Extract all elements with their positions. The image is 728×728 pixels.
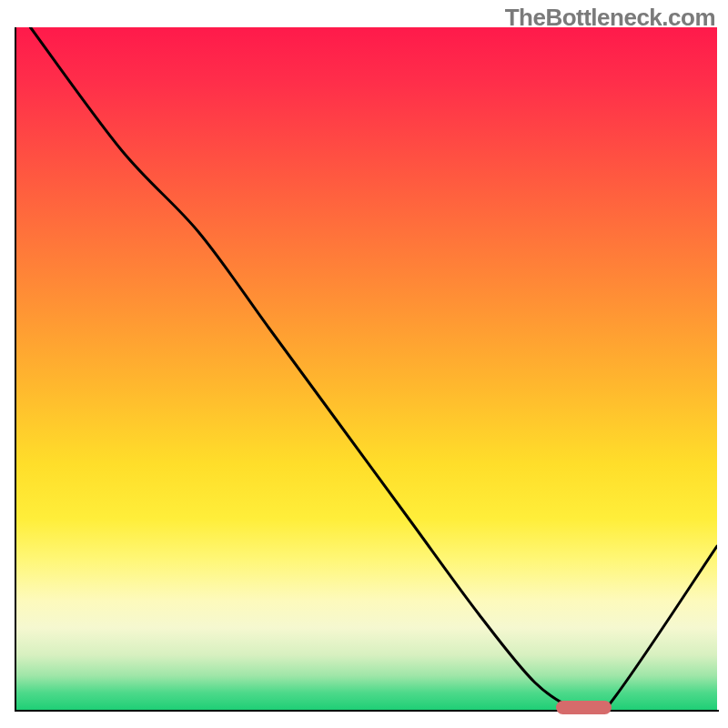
optimal-marker xyxy=(556,701,612,714)
watermark-text: TheBottleneck.com xyxy=(505,4,715,32)
bottleneck-chart: TheBottleneck.com xyxy=(0,0,728,728)
x-axis xyxy=(15,710,719,712)
bottleneck-curve xyxy=(16,27,717,710)
